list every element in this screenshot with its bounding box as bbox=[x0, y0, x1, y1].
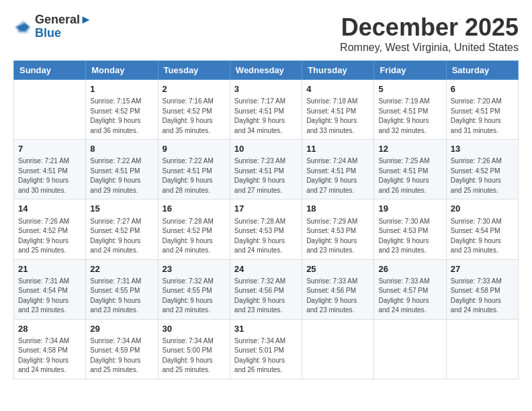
calendar-cell: 26Sunrise: 7:33 AM Sunset: 4:57 PM Dayli… bbox=[374, 259, 446, 319]
header-day-wednesday: Wednesday bbox=[230, 61, 302, 80]
calendar-cell: 13Sunrise: 7:26 AM Sunset: 4:52 PM Dayli… bbox=[446, 140, 518, 199]
day-info: Sunrise: 7:31 AM Sunset: 4:55 PM Dayligh… bbox=[90, 277, 153, 316]
calendar-cell: 27Sunrise: 7:33 AM Sunset: 4:58 PM Dayli… bbox=[446, 259, 518, 319]
day-info: Sunrise: 7:27 AM Sunset: 4:52 PM Dayligh… bbox=[90, 217, 153, 256]
day-number: 1 bbox=[90, 83, 153, 95]
day-number: 17 bbox=[234, 203, 298, 215]
day-info: Sunrise: 7:30 AM Sunset: 4:54 PM Dayligh… bbox=[451, 217, 514, 256]
day-info: Sunrise: 7:30 AM Sunset: 4:53 PM Dayligh… bbox=[378, 217, 441, 256]
logo-general-text: General bbox=[35, 13, 80, 26]
header-day-friday: Friday bbox=[374, 61, 446, 80]
calendar-cell: 8Sunrise: 7:22 AM Sunset: 4:51 PM Daylig… bbox=[86, 140, 158, 199]
day-info: Sunrise: 7:34 AM Sunset: 5:01 PM Dayligh… bbox=[234, 336, 298, 375]
calendar-cell bbox=[374, 319, 446, 379]
day-number: 9 bbox=[163, 143, 226, 155]
day-info: Sunrise: 7:28 AM Sunset: 4:53 PM Dayligh… bbox=[234, 217, 298, 256]
day-number: 26 bbox=[378, 263, 441, 275]
calendar-cell: 11Sunrise: 7:24 AM Sunset: 4:51 PM Dayli… bbox=[302, 140, 374, 199]
day-number: 3 bbox=[234, 83, 298, 95]
day-number: 11 bbox=[306, 143, 369, 155]
calendar-cell: 4Sunrise: 7:18 AM Sunset: 4:51 PM Daylig… bbox=[302, 80, 374, 140]
calendar-cell: 15Sunrise: 7:27 AM Sunset: 4:52 PM Dayli… bbox=[86, 199, 158, 259]
day-info: Sunrise: 7:33 AM Sunset: 4:58 PM Dayligh… bbox=[451, 277, 514, 316]
calendar-cell: 2Sunrise: 7:16 AM Sunset: 4:52 PM Daylig… bbox=[158, 80, 230, 140]
main-title: December 2025 bbox=[340, 13, 519, 42]
calendar-cell: 12Sunrise: 7:25 AM Sunset: 4:51 PM Dayli… bbox=[374, 140, 446, 199]
calendar-week-4: 21Sunrise: 7:31 AM Sunset: 4:54 PM Dayli… bbox=[14, 259, 519, 319]
logo-blue-icon: ► bbox=[80, 13, 92, 26]
day-info: Sunrise: 7:19 AM Sunset: 4:51 PM Dayligh… bbox=[378, 97, 441, 136]
calendar-cell: 21Sunrise: 7:31 AM Sunset: 4:54 PM Dayli… bbox=[14, 259, 86, 319]
day-number: 19 bbox=[378, 203, 441, 215]
calendar-cell: 23Sunrise: 7:32 AM Sunset: 4:55 PM Dayli… bbox=[158, 259, 230, 319]
calendar-cell: 14Sunrise: 7:26 AM Sunset: 4:52 PM Dayli… bbox=[14, 199, 86, 259]
day-info: Sunrise: 7:16 AM Sunset: 4:52 PM Dayligh… bbox=[163, 97, 226, 136]
day-info: Sunrise: 7:20 AM Sunset: 4:51 PM Dayligh… bbox=[451, 97, 514, 136]
calendar-week-2: 7Sunrise: 7:21 AM Sunset: 4:51 PM Daylig… bbox=[14, 140, 519, 199]
day-number: 28 bbox=[18, 323, 81, 335]
day-info: Sunrise: 7:17 AM Sunset: 4:51 PM Dayligh… bbox=[234, 97, 298, 136]
day-info: Sunrise: 7:23 AM Sunset: 4:51 PM Dayligh… bbox=[234, 156, 298, 195]
day-info: Sunrise: 7:21 AM Sunset: 4:51 PM Dayligh… bbox=[18, 156, 81, 195]
day-info: Sunrise: 7:34 AM Sunset: 4:59 PM Dayligh… bbox=[90, 336, 153, 375]
day-info: Sunrise: 7:25 AM Sunset: 4:51 PM Dayligh… bbox=[378, 156, 441, 195]
day-number: 24 bbox=[234, 263, 298, 275]
day-info: Sunrise: 7:15 AM Sunset: 4:52 PM Dayligh… bbox=[90, 97, 153, 136]
calendar-week-5: 28Sunrise: 7:34 AM Sunset: 4:58 PM Dayli… bbox=[14, 319, 519, 379]
calendar-cell: 29Sunrise: 7:34 AM Sunset: 4:59 PM Dayli… bbox=[86, 319, 158, 379]
day-info: Sunrise: 7:28 AM Sunset: 4:52 PM Dayligh… bbox=[163, 217, 226, 256]
calendar-body: 1Sunrise: 7:15 AM Sunset: 4:52 PM Daylig… bbox=[14, 80, 519, 379]
day-number: 29 bbox=[90, 323, 153, 335]
day-number: 21 bbox=[18, 263, 81, 275]
calendar-cell: 25Sunrise: 7:33 AM Sunset: 4:56 PM Dayli… bbox=[302, 259, 374, 319]
calendar-cell: 7Sunrise: 7:21 AM Sunset: 4:51 PM Daylig… bbox=[14, 140, 86, 199]
day-info: Sunrise: 7:32 AM Sunset: 4:55 PM Dayligh… bbox=[163, 277, 226, 316]
logo-text: General► Blue bbox=[35, 13, 92, 40]
day-number: 8 bbox=[90, 143, 153, 155]
calendar-cell: 28Sunrise: 7:34 AM Sunset: 4:58 PM Dayli… bbox=[14, 319, 86, 379]
calendar-cell: 20Sunrise: 7:30 AM Sunset: 4:54 PM Dayli… bbox=[446, 199, 518, 259]
calendar-cell: 24Sunrise: 7:32 AM Sunset: 4:56 PM Dayli… bbox=[230, 259, 302, 319]
calendar-cell bbox=[302, 319, 374, 379]
calendar-week-1: 1Sunrise: 7:15 AM Sunset: 4:52 PM Daylig… bbox=[14, 80, 519, 140]
title-block: December 2025 Romney, West Virginia, Uni… bbox=[340, 13, 519, 54]
day-number: 4 bbox=[306, 83, 369, 95]
calendar-cell: 18Sunrise: 7:29 AM Sunset: 4:53 PM Dayli… bbox=[302, 199, 374, 259]
day-number: 14 bbox=[18, 203, 81, 215]
logo: General► Blue bbox=[13, 13, 92, 40]
header-day-tuesday: Tuesday bbox=[158, 61, 230, 80]
header-day-thursday: Thursday bbox=[302, 61, 374, 80]
day-number: 20 bbox=[451, 203, 514, 215]
calendar-cell: 5Sunrise: 7:19 AM Sunset: 4:51 PM Daylig… bbox=[374, 80, 446, 140]
day-number: 5 bbox=[378, 83, 441, 95]
calendar-cell: 31Sunrise: 7:34 AM Sunset: 5:01 PM Dayli… bbox=[230, 319, 302, 379]
calendar-table: SundayMondayTuesdayWednesdayThursdayFrid… bbox=[13, 60, 519, 379]
calendar-cell: 3Sunrise: 7:17 AM Sunset: 4:51 PM Daylig… bbox=[230, 80, 302, 140]
calendar-header: SundayMondayTuesdayWednesdayThursdayFrid… bbox=[14, 61, 519, 80]
day-number: 15 bbox=[90, 203, 153, 215]
day-info: Sunrise: 7:29 AM Sunset: 4:53 PM Dayligh… bbox=[306, 217, 369, 256]
day-number: 30 bbox=[163, 323, 226, 335]
header-row: SundayMondayTuesdayWednesdayThursdayFrid… bbox=[14, 61, 519, 80]
day-info: Sunrise: 7:34 AM Sunset: 5:00 PM Dayligh… bbox=[163, 336, 226, 375]
calendar-cell: 30Sunrise: 7:34 AM Sunset: 5:00 PM Dayli… bbox=[158, 319, 230, 379]
day-info: Sunrise: 7:22 AM Sunset: 4:51 PM Dayligh… bbox=[90, 156, 153, 195]
header-day-sunday: Sunday bbox=[14, 61, 86, 80]
day-number: 7 bbox=[18, 143, 81, 155]
day-number: 18 bbox=[306, 203, 369, 215]
subtitle: Romney, West Virginia, United States bbox=[340, 42, 519, 54]
day-info: Sunrise: 7:31 AM Sunset: 4:54 PM Dayligh… bbox=[18, 277, 81, 316]
day-info: Sunrise: 7:22 AM Sunset: 4:51 PM Dayligh… bbox=[163, 156, 226, 195]
day-number: 10 bbox=[234, 143, 298, 155]
calendar-cell: 9Sunrise: 7:22 AM Sunset: 4:51 PM Daylig… bbox=[158, 140, 230, 199]
day-info: Sunrise: 7:18 AM Sunset: 4:51 PM Dayligh… bbox=[306, 97, 369, 136]
calendar-cell: 16Sunrise: 7:28 AM Sunset: 4:52 PM Dayli… bbox=[158, 199, 230, 259]
day-info: Sunrise: 7:33 AM Sunset: 4:57 PM Dayligh… bbox=[378, 277, 441, 316]
day-number: 23 bbox=[163, 263, 226, 275]
calendar-cell bbox=[14, 80, 86, 140]
calendar-cell: 6Sunrise: 7:20 AM Sunset: 4:51 PM Daylig… bbox=[446, 80, 518, 140]
day-number: 2 bbox=[163, 83, 226, 95]
header-day-saturday: Saturday bbox=[446, 61, 518, 80]
day-info: Sunrise: 7:33 AM Sunset: 4:56 PM Dayligh… bbox=[306, 277, 369, 316]
day-info: Sunrise: 7:26 AM Sunset: 4:52 PM Dayligh… bbox=[451, 156, 514, 195]
